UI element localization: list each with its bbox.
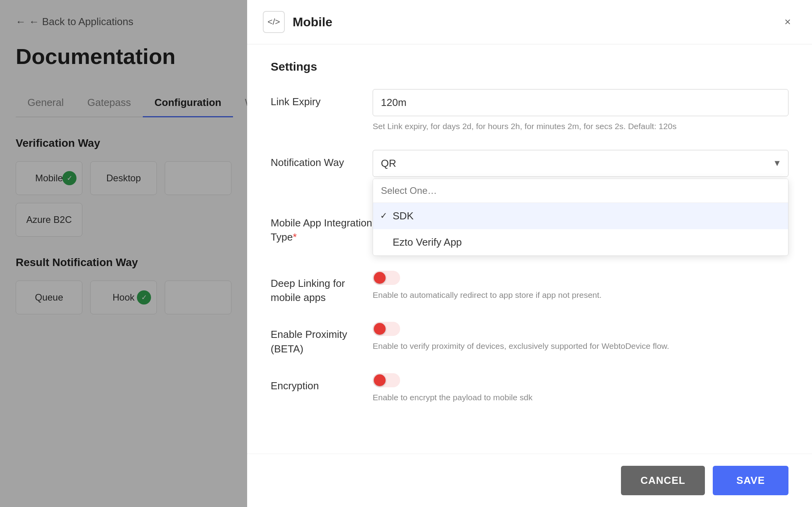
cancel-button[interactable]: CANCEL [621, 466, 705, 495]
deep-linking-label: Deep Linking for mobile apps [271, 271, 373, 305]
enable-proximity-toggle-thumb [374, 323, 386, 335]
settings-heading: Settings [271, 60, 788, 73]
panel-footer: CANCEL SAVE [247, 454, 812, 507]
encryption-toggle-thumb [374, 374, 386, 386]
link-expiry-hint: Set Link expiry, for days 2d, for hours … [373, 120, 788, 133]
notification-way-dropdown: ✓ SDK Ezto Verify App [373, 179, 788, 256]
enable-proximity-content: Enable to verify proximity of devices, e… [373, 322, 788, 352]
enable-proximity-row: Enable Proximity (BETA) Enable to verify… [271, 322, 788, 356]
panel-header: </> Mobile × [247, 0, 812, 44]
deep-linking-toggle[interactable] [373, 271, 400, 285]
sdk-checkmark-icon: ✓ [380, 211, 387, 221]
notification-way-select[interactable]: QR [373, 150, 788, 177]
deep-linking-hint: Enable to automatically redirect to app … [373, 289, 788, 301]
encryption-content: Enable to encrypt the payload to mobile … [373, 373, 788, 404]
notification-way-label: Notification Way [271, 150, 373, 170]
deep-linking-content: Enable to automatically redirect to app … [373, 271, 788, 301]
panel-title: Mobile [293, 15, 771, 29]
close-button[interactable]: × [779, 13, 796, 31]
notification-way-content: QR ▼ ✓ SDK Ezto Verify App [373, 150, 788, 193]
enable-proximity-hint: Enable to verify proximity of devices, e… [373, 340, 788, 352]
mobile-icon: </> [263, 11, 285, 33]
encryption-label: Encryption [271, 373, 373, 393]
dropdown-item-ezto[interactable]: Ezto Verify App [373, 229, 788, 255]
encryption-hint: Enable to encrypt the payload to mobile … [373, 391, 788, 404]
dropdown-item-sdk[interactable]: ✓ SDK [373, 203, 788, 229]
enable-proximity-label: Enable Proximity (BETA) [271, 322, 373, 356]
notification-way-select-wrapper: QR ▼ ✓ SDK Ezto Verify App [373, 150, 788, 177]
dropdown-search-input[interactable] [373, 179, 788, 203]
mobile-app-label: Mobile App Integration Type* [271, 210, 373, 244]
save-button[interactable]: SAVE [713, 466, 788, 495]
settings-panel: </> Mobile × Settings Link Expiry Set Li… [247, 0, 812, 507]
encryption-row: Encryption Enable to encrypt the payload… [271, 373, 788, 404]
notification-way-row: Notification Way QR ▼ ✓ SDK [271, 150, 788, 193]
link-expiry-row: Link Expiry Set Link expiry, for days 2d… [271, 89, 788, 133]
deep-linking-row: Deep Linking for mobile apps Enable to a… [271, 271, 788, 305]
link-expiry-label: Link Expiry [271, 89, 373, 109]
deep-linking-toggle-thumb [374, 272, 386, 284]
link-expiry-content: Set Link expiry, for days 2d, for hours … [373, 89, 788, 133]
encryption-toggle[interactable] [373, 373, 400, 387]
panel-body: Settings Link Expiry Set Link expiry, fo… [247, 44, 812, 454]
link-expiry-input[interactable] [373, 89, 788, 116]
enable-proximity-toggle[interactable] [373, 322, 400, 336]
